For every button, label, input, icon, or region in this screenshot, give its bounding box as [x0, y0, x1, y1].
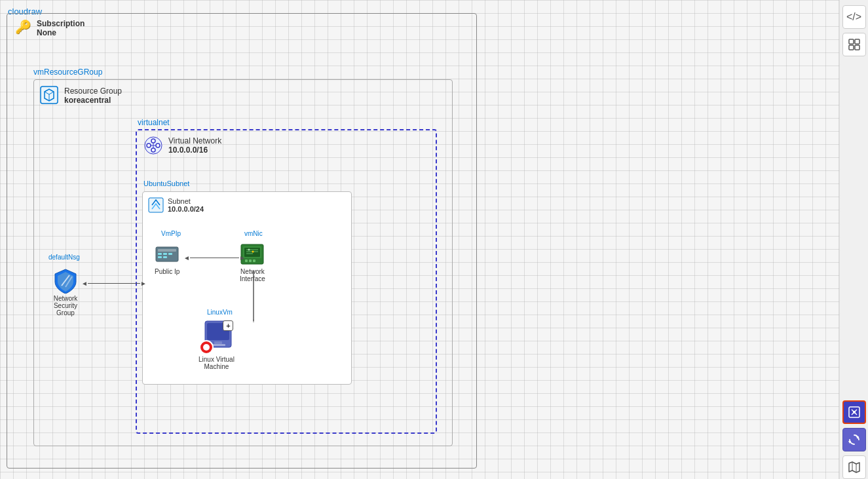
svg-rect-15 — [158, 256, 162, 258]
nsg-label: Network Security Group — [54, 295, 78, 316]
ubuntu-badge — [199, 340, 214, 354]
vnet-label-area: Virtual Network 10.0.0.0/16 — [168, 136, 221, 155]
subscription-text: Subscription — [37, 19, 85, 28]
map-button[interactable] — [842, 455, 866, 479]
virtualnet-label: virtualnet — [138, 118, 170, 127]
svg-rect-36 — [849, 39, 854, 44]
layout-icon — [848, 39, 860, 50]
public-ip-area: Public Ip — [155, 242, 179, 275]
linux-vm-icon: + — [199, 320, 233, 354]
subscription-box: 🔑 Subscription None vmResourceGRoup Reso… — [7, 13, 477, 469]
subnet-label-text: Subnet — [168, 197, 204, 205]
rg-location: koreacentral — [64, 96, 122, 105]
canvas-area: cloudraw 🔑 Subscription None vmResourceG… — [0, 0, 839, 479]
svg-rect-16 — [163, 256, 167, 258]
svg-point-3 — [147, 144, 151, 147]
svg-rect-27 — [253, 259, 255, 262]
subnet-box: Subnet 10.0.0.0/24 VmPIp vmNic — [142, 191, 352, 385]
default-nsg-label: defaultNsg — [48, 254, 80, 261]
refresh-button[interactable] — [842, 428, 866, 451]
linuxvm-label: LinuxVm — [207, 309, 233, 316]
map-icon — [848, 461, 860, 473]
svg-point-4 — [156, 144, 160, 147]
svg-point-6 — [151, 148, 155, 152]
subscription-value: None — [37, 28, 85, 37]
vmplip-label: VmPIp — [161, 230, 181, 237]
svg-point-43 — [853, 411, 856, 413]
svg-rect-13 — [163, 253, 167, 255]
svg-rect-39 — [855, 45, 859, 50]
nic-vm-arrow — [253, 271, 254, 326]
svg-rect-12 — [158, 253, 162, 255]
vnet-cidr: 10.0.0.0/16 — [168, 145, 221, 155]
svg-rect-11 — [158, 249, 176, 252]
code-icon: </> — [846, 11, 861, 23]
linux-vm-label: Linux Virtual Machine — [198, 356, 235, 370]
svg-marker-46 — [849, 462, 859, 472]
pip-nic-arrow: ◄ ► — [183, 254, 246, 261]
nsg-vnet-arrow: ◄ ► — [81, 280, 147, 287]
ai-icon — [848, 406, 861, 419]
layout-button[interactable] — [842, 33, 866, 56]
refresh-icon — [848, 434, 860, 446]
plus-badge: + — [223, 320, 233, 331]
vm-resource-group-label: vmResourceGRoup — [33, 67, 102, 77]
svg-rect-38 — [849, 45, 854, 50]
vmnic-label: vmNic — [244, 230, 263, 237]
rg-label-text: Resource Group — [64, 86, 122, 96]
rg-icon — [39, 85, 59, 107]
svg-point-5 — [151, 139, 155, 143]
vnet-label-text: Virtual Network — [168, 136, 221, 145]
linux-vm-area: + Linux Virtual Machine — [198, 320, 235, 370]
key-icon: 🔑 — [15, 19, 31, 35]
svg-rect-25 — [245, 259, 248, 262]
ai-generate-button[interactable] — [842, 400, 866, 424]
subnet-cidr: 10.0.0.0/24 — [168, 205, 204, 213]
rg-label: Resource Group koreacentral — [64, 86, 122, 105]
svg-point-24 — [252, 251, 254, 253]
right-sidebar: </> — [839, 0, 868, 479]
subnet-label-area: Subnet 10.0.0.0/24 — [168, 197, 204, 213]
svg-point-23 — [248, 249, 250, 251]
subscription-label: Subscription None — [37, 19, 85, 37]
resource-group-box: Resource Group koreacentral virtualnet — [33, 79, 453, 446]
subnet-header: Subnet 10.0.0.0/24 — [148, 197, 204, 213]
nsg-area: Network Security Group — [52, 267, 79, 316]
vnet-header: Virtual Network 10.0.0.0/16 — [143, 136, 221, 155]
svg-rect-30 — [214, 341, 222, 344]
ubuntu-subnet-label: UbuntuSubnet — [143, 180, 189, 187]
virtual-network-box: Virtual Network 10.0.0.0/16 UbuntuSubnet — [136, 129, 437, 434]
code-button[interactable]: </> — [842, 5, 866, 29]
svg-marker-33 — [253, 320, 254, 323]
svg-rect-37 — [855, 39, 859, 44]
svg-rect-14 — [168, 253, 172, 255]
svg-rect-26 — [249, 259, 252, 262]
public-ip-label: Public Ip — [155, 268, 179, 275]
